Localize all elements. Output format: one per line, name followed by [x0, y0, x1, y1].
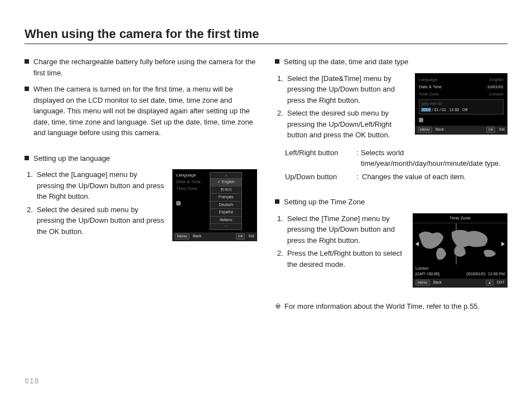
step-number: 1.	[277, 73, 287, 106]
lcd-year-highlight: 2010	[421, 108, 431, 112]
def-label: Up/Down button	[285, 171, 356, 183]
colon: :	[356, 171, 362, 183]
menu-pill-icon: MENU	[415, 280, 430, 286]
lcd-time: 12:00	[449, 108, 460, 112]
lcd-option: Italiano	[210, 217, 241, 224]
lcd-day: / 01	[439, 108, 446, 112]
lcd-tz-gmt: [GMT +00:00]	[415, 271, 439, 277]
right-column: Setting up the date, time and date type …	[275, 56, 507, 312]
lcd-timezone-screenshot: Time Zone	[413, 213, 507, 288]
step-number: 2.	[277, 248, 287, 270]
lcd-month: / 01	[432, 108, 439, 112]
subhead-text: Setting up the Time Zone	[284, 197, 365, 208]
lcd-row-value: :10/01/01	[486, 84, 504, 90]
lcd-row-value: :London	[489, 91, 504, 97]
date-steps: 1. Select the [Date&Time] menu by pressi…	[277, 73, 407, 143]
footer-label: Back	[436, 127, 444, 133]
lcd-menu-item: Time Zone	[176, 185, 209, 192]
lcd-footer: MENU Back ▲ DST	[413, 279, 507, 287]
menu-pill-icon: MENU	[418, 127, 432, 133]
footer-label: Back	[433, 280, 442, 286]
subhead-text: Setting up the language	[33, 153, 110, 164]
lcd-tz-city: London	[415, 266, 439, 272]
left-column: Charge the rechargeable battery fully be…	[25, 56, 257, 312]
timezone-subhead: Setting up the Time Zone	[275, 197, 507, 208]
step-1: 1. Select the [Date&Time] menu by pressi…	[277, 73, 407, 106]
lcd-language-screenshot: Language Date & Time Time Zone ︿ ✔ Engli…	[172, 169, 257, 241]
footer-label: Set	[499, 127, 505, 133]
def-label: Left/Right button	[285, 147, 356, 169]
footer-label: Set	[248, 233, 254, 240]
ok-pill-icon: OK	[486, 127, 496, 133]
lcd-menu-item: Date & Time	[176, 179, 209, 185]
sound-icon	[176, 201, 181, 205]
lcd-row-label: Time Zone	[419, 91, 439, 97]
note-text: For more information about the World Tim…	[284, 301, 480, 312]
lcd-menu-item: Language	[176, 172, 209, 179]
lcd-datetime-screenshot: Language:English Date & Time:10/01/01 Ti…	[415, 73, 507, 135]
lcd-language-popup: ︿ ✔ English 한국어 Français Deutsch Español…	[210, 172, 242, 230]
check-icon: ✔	[217, 180, 221, 184]
step-number: 1.	[277, 213, 287, 246]
up-triangle-icon: ▲	[486, 280, 494, 286]
square-bullet-icon	[25, 59, 29, 64]
step-text: Select the [Time Zone] menu by pressing …	[287, 213, 405, 246]
square-bullet-icon	[25, 156, 29, 160]
ud-button-desc: Up/Down button : Changes the value of ea…	[285, 171, 507, 183]
lcd-tz-title: Time Zone	[413, 214, 507, 223]
step-text: Select the [Language] menu by pressing t…	[37, 169, 165, 202]
para-text: When the camera is turned on for the fir…	[33, 84, 257, 138]
lcd-option: Français	[210, 194, 241, 202]
intro-para-1: Charge the rechargeable battery fully be…	[25, 56, 257, 78]
step-2: 2. Select the desired sub menu by pressi…	[27, 204, 165, 237]
step-number: 2.	[277, 108, 287, 141]
world-map-icon	[413, 223, 507, 265]
subhead-text: Setting up the date, time and date type	[284, 56, 408, 68]
footer-label: Back	[193, 233, 202, 240]
lcd-option: Deutsch	[210, 202, 241, 209]
step-text: Select the desired sub menu by pressing …	[37, 204, 165, 237]
lcd-tz-date: 2010/01/01	[466, 272, 486, 276]
square-bullet-icon	[275, 59, 279, 64]
para-text: Charge the rechargeable battery fully be…	[33, 56, 257, 78]
date-subhead: Setting up the date, time and date type	[275, 56, 507, 68]
lcd-footer: MENU Back OK Set	[173, 232, 257, 241]
chevron-up-icon: ︿	[210, 173, 241, 179]
lcd-date-format: yyyy mm dd	[421, 101, 501, 107]
lcd-date-field: yyyy mm dd 2010 / 01 / 01 12:00 Off	[419, 99, 504, 114]
step-text: Press the Left/Right button to select th…	[287, 248, 405, 270]
intro-para-2: When the camera is turned on for the fir…	[25, 84, 257, 138]
chevron-down-icon: ﹀	[210, 224, 241, 229]
step-1: 1. Select the [Time Zone] menu by pressi…	[277, 213, 405, 246]
reference-mark-icon: ※	[275, 301, 281, 312]
lcd-tz-time: 12:00 PM	[488, 272, 505, 276]
content-columns: Charge the rechargeable battery fully be…	[25, 56, 507, 312]
lcd-off: Off	[462, 108, 467, 112]
step-number: 2.	[27, 204, 37, 237]
lcd-option: Español	[210, 209, 241, 217]
def-text: Selects world time/year/month/day/hour/m…	[361, 147, 507, 169]
page-title: When using the camera for the first time	[25, 27, 507, 44]
lr-button-desc: Left/Right button : Selects world time/y…	[285, 147, 507, 169]
step-2: 2. Press the Left/Right button to select…	[277, 248, 405, 270]
step-2: 2. Select the desired sub menu by pressi…	[277, 108, 407, 141]
timezone-steps: 1. Select the [Time Zone] menu by pressi…	[277, 213, 405, 272]
language-steps: 1. Select the [Language] menu by pressin…	[27, 169, 165, 239]
sound-icon	[419, 118, 423, 122]
lcd-row-value: :English	[489, 76, 504, 83]
page-number: 018	[25, 376, 39, 385]
step-number: 1.	[27, 169, 37, 202]
lcd-tz-info: London [GMT +00:00] 2010/01/01 12:00 PM	[413, 265, 507, 279]
square-bullet-icon	[275, 199, 279, 204]
menu-pill-icon: MENU	[175, 233, 190, 240]
colon: :	[356, 147, 361, 169]
lcd-row-label: Date & Time	[419, 84, 442, 90]
lcd-option-selected: ✔ English	[210, 179, 241, 186]
def-text: Changes the value of each item.	[362, 171, 466, 183]
lcd-footer: MENU Back OK Set	[415, 126, 507, 134]
step-text: Select the [Date&Time] menu by pressing …	[287, 73, 407, 106]
step-text: Select the desired sub menu by pressing …	[287, 108, 407, 141]
ok-pill-icon: OK	[236, 233, 245, 240]
footer-label: DST	[497, 280, 505, 286]
lcd-option: 한국어	[210, 186, 241, 194]
